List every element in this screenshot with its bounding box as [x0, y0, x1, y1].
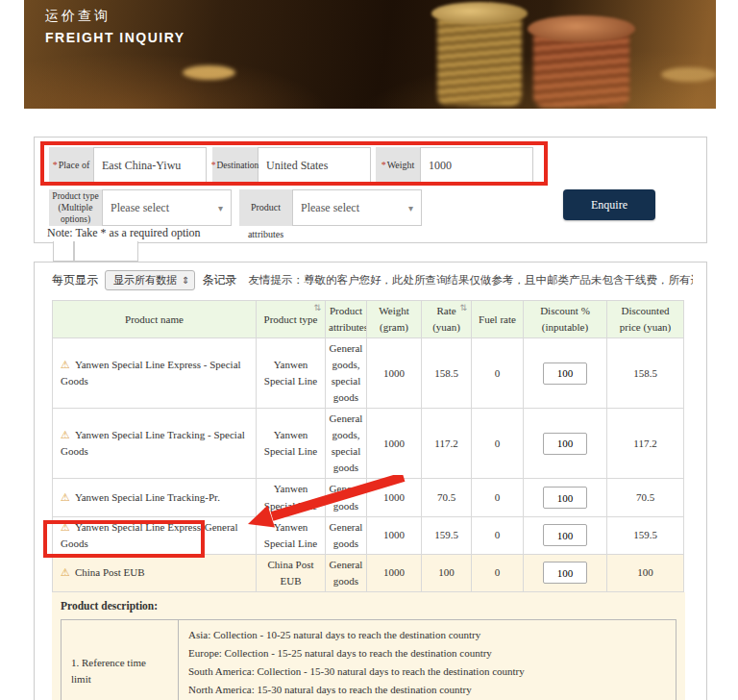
page-title-zh: 运价查询	[45, 8, 185, 25]
required-note: Note: Take * as a required option	[47, 226, 201, 240]
warning-icon: ⚠	[61, 359, 70, 370]
coin-top-gold	[431, 2, 528, 25]
col-weight: Weight (gram)	[367, 301, 422, 338]
product-description-table: 1. Reference time limit Asia: Collection…	[61, 619, 676, 700]
product-type-select[interactable]: Please select ▾	[102, 189, 232, 226]
product-name: Yanwen Special Line Tracking-Pr.	[75, 491, 220, 503]
col-product-attributes: Product attributes	[326, 301, 367, 338]
col-discount: Discount % (inputable)	[524, 301, 607, 338]
weight-input[interactable]	[420, 147, 533, 184]
tab-stub-wide	[74, 241, 138, 262]
per-page-prefix: 每页显示	[52, 272, 98, 288]
weight-value: 1000	[367, 409, 422, 479]
product-description-section: Product description: 1. Reference time l…	[52, 592, 685, 700]
fuel-rate-value: 0	[472, 554, 524, 591]
destination-field-group: *Destination	[212, 147, 371, 184]
table-row: ⚠Yanwen Special Line Express-General Goo…	[53, 516, 684, 554]
discounted-price-value: 100	[607, 554, 684, 591]
table-row: ⚠Yanwen Special Line Express - Special G…	[53, 338, 684, 409]
discount-input[interactable]	[543, 562, 587, 584]
destination-label: *Destination	[212, 147, 258, 184]
product-attributes: General goods, special goods	[326, 338, 367, 409]
updown-arrows-icon: ⇕	[182, 275, 189, 286]
weight-value: 1000	[367, 516, 422, 554]
enquire-button[interactable]: Enquire	[563, 189, 655, 220]
rate-value: 70.5	[422, 479, 472, 516]
product-attributes: General goods	[326, 479, 367, 516]
discounted-price-value: 117.2	[607, 409, 684, 479]
weight-field-group: *Weight g	[376, 147, 738, 184]
col-product-name: Product name	[53, 301, 257, 338]
friendly-notice: 友情提示：尊敬的客户您好，此处所查询结果仅做参考，且中邮类产品未包含干线费，所有…	[236, 273, 693, 288]
sort-icon[interactable]: ⇅	[313, 302, 321, 315]
description-content: Asia: Collection - 10-25 natural days to…	[179, 619, 676, 700]
product-name: Yanwen Special Line Express - Special Go…	[61, 359, 241, 387]
coin-top-copper	[528, 15, 635, 42]
col-fuel-rate: Fuel rate	[472, 301, 524, 338]
discounted-price-value: 70.5	[607, 479, 684, 516]
product-type: Yanwen Special Line	[257, 516, 326, 554]
product-attributes: General goods	[326, 554, 367, 591]
discount-input[interactable]	[543, 524, 587, 546]
per-page-suffix: 条记录	[202, 272, 236, 288]
banner-titles: 运价查询 FREIGHT INQUIRY	[45, 8, 185, 45]
discount-input[interactable]	[543, 487, 587, 509]
weight-label: *Weight	[376, 147, 420, 184]
product-name: China Post EUB	[75, 566, 145, 578]
product-attributes-field-group: Product attributes Please select ▾	[239, 189, 422, 226]
tab-stub-small	[53, 241, 74, 262]
discounted-price-value: 159.5	[607, 516, 684, 554]
place-field-group: *Place of	[49, 147, 207, 184]
table-row: ⚠Yanwen Special Line Tracking-Pr. Yanwen…	[53, 479, 684, 516]
col-discounted-price: Discounted price (yuan)	[607, 301, 684, 338]
warning-icon: ⚠	[61, 521, 70, 533]
product-attributes-label: Product attributes	[239, 189, 292, 226]
sort-icon[interactable]: ⇅	[459, 302, 467, 315]
banner: 运价查询 FREIGHT INQUIRY	[24, 0, 716, 109]
product-type: Yanwen Special Line	[257, 409, 326, 479]
coin-small-right	[661, 67, 716, 82]
discounted-price-value: 158.5	[607, 338, 684, 409]
product-description-title: Product description:	[61, 600, 676, 612]
product-attributes: General goods	[326, 516, 367, 554]
product-type: Yanwen Special Line	[257, 338, 326, 409]
weight-value: 1000	[367, 338, 422, 409]
fuel-rate-value: 0	[472, 479, 524, 516]
product-attributes: General goods, special goods	[326, 409, 367, 479]
coin-stack-copper	[533, 27, 629, 108]
col-rate[interactable]: ⇅Rate (yuan)	[422, 301, 472, 338]
coin-stack-gold	[437, 12, 522, 106]
rate-value: 117.2	[422, 409, 472, 479]
required-asterisk: *	[53, 160, 58, 170]
weight-value: 1000	[367, 554, 422, 591]
table-row: ⚠Yanwen Special Line Tracking - Special …	[53, 409, 684, 479]
place-input[interactable]	[93, 147, 207, 184]
product-attributes-select[interactable]: Please select ▾	[292, 189, 422, 226]
per-page-select[interactable]: 显示所有数据 ⇕	[105, 270, 195, 290]
page-title-en: FREIGHT INQUIRY	[45, 30, 185, 45]
fuel-rate-value: 0	[472, 516, 524, 554]
coin-small-left	[183, 65, 235, 80]
required-asterisk: *	[211, 161, 216, 170]
product-name: Yanwen Special Line Tracking - Special G…	[61, 429, 245, 457]
description-row: 1. Reference time limit Asia: Collection…	[62, 619, 676, 700]
table-row-china-post-eub[interactable]: ⚠China Post EUB China Post EUB General g…	[53, 554, 684, 591]
required-asterisk: *	[381, 160, 386, 170]
product-type: China Post EUB	[257, 554, 326, 591]
warning-icon: ⚠	[61, 429, 70, 440]
chevron-down-icon: ▾	[218, 203, 223, 213]
product-type-label: Product type (Multiple options)	[49, 189, 102, 226]
weight-value: 1000	[367, 479, 422, 516]
warning-icon: ⚠	[61, 491, 70, 503]
destination-input[interactable]	[258, 147, 371, 184]
product-type-field-group: Product type (Multiple options) Please s…	[49, 189, 232, 226]
table-header-row: Product name ⇅Product type Product attri…	[53, 301, 684, 338]
table-controls: 每页显示 显示所有数据 ⇕ 条记录 友情提示：尊敬的客户您好，此处所查询结果仅做…	[35, 262, 706, 294]
discount-input[interactable]	[543, 433, 587, 455]
rates-table: Product name ⇅Product type Product attri…	[52, 300, 684, 592]
col-product-type[interactable]: ⇅Product type	[257, 301, 326, 338]
description-label: 1. Reference time limit	[62, 619, 179, 700]
discount-input[interactable]	[543, 362, 587, 385]
product-name: Yanwen Special Line Express-General Good…	[61, 521, 238, 549]
product-type: Yanwen Special Line	[257, 479, 326, 516]
